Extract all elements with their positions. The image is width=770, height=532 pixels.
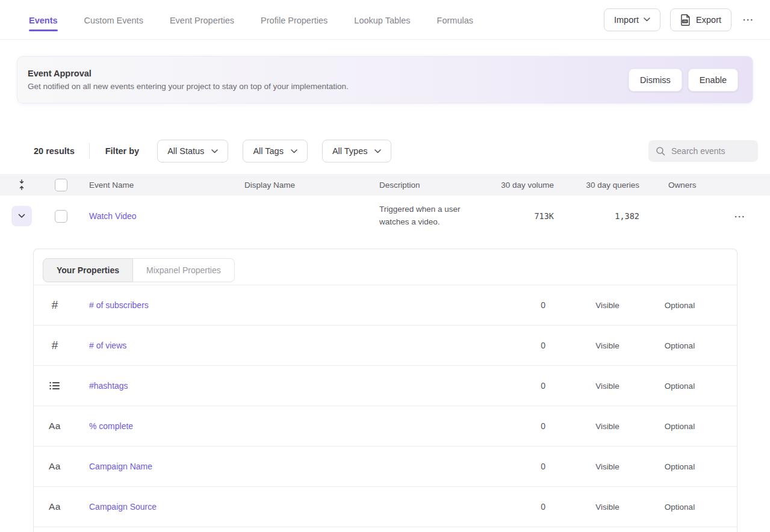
tab-custom-events[interactable]: Custom Events: [84, 2, 143, 37]
svg-text:csv: csv: [683, 20, 688, 23]
select-all-checkbox[interactable]: [55, 179, 67, 191]
property-name-link[interactable]: #hashtags: [89, 381, 128, 391]
tab-events[interactable]: Events: [29, 2, 58, 37]
property-name-link[interactable]: # of subscribers: [89, 300, 149, 310]
property-name-link[interactable]: % complete: [89, 421, 133, 431]
chevron-down-icon: [291, 149, 297, 153]
chevron-down-icon: [374, 149, 381, 153]
tab-profile-properties[interactable]: Profile Properties: [261, 2, 328, 37]
all-tags-label: All Tags: [253, 146, 284, 156]
property-value: 0: [496, 341, 574, 350]
row-more-options-button[interactable]: ⋯: [733, 208, 747, 224]
filter-toolbar: 20 results Filter by All Status All Tags…: [0, 140, 770, 162]
number-type-icon: #: [34, 339, 76, 352]
nav-tabs: Events Custom Events Event Properties Pr…: [29, 2, 604, 37]
property-requirement: Optional: [641, 462, 719, 471]
column-30-day-queries: 30 day queries: [554, 181, 639, 190]
property-visibility: Visible: [574, 341, 641, 350]
property-row: Aa % complete 0 Visible Optional: [34, 406, 737, 447]
results-count: 20 results: [34, 146, 75, 156]
all-types-dropdown[interactable]: All Types: [322, 140, 392, 162]
text-type-icon: Aa: [34, 421, 76, 431]
property-visibility: Visible: [574, 422, 641, 431]
import-button[interactable]: Import: [604, 8, 660, 31]
export-button-label: Export: [696, 15, 721, 25]
tab-event-properties[interactable]: Event Properties: [170, 2, 234, 37]
csv-file-icon: csv: [680, 14, 691, 26]
event-30-day-volume: 713K: [483, 211, 554, 221]
all-status-label: All Status: [167, 146, 204, 156]
chevron-down-icon: [18, 214, 25, 218]
more-options-button[interactable]: ⋯: [741, 11, 756, 28]
export-button[interactable]: csv Export: [670, 8, 731, 31]
column-30-day-volume: 30 day volume: [483, 181, 554, 190]
search-events-box: [648, 140, 758, 162]
property-requirement: Optional: [641, 422, 719, 431]
property-requirement: Optional: [641, 503, 719, 512]
all-status-dropdown[interactable]: All Status: [157, 140, 228, 162]
event-properties-panel: Your Properties Mixpanel Properties # # …: [33, 249, 737, 532]
property-requirement: Optional: [641, 341, 719, 350]
column-owners: Owners: [639, 181, 716, 190]
list-type-icon: [34, 381, 76, 391]
text-type-icon: Aa: [34, 501, 76, 512]
event-description: Triggered when a user watches a video.: [368, 196, 483, 236]
banner-title: Event Approval: [28, 69, 629, 78]
text-type-icon: Aa: [34, 461, 76, 472]
row-checkbox[interactable]: [55, 210, 67, 223]
property-name-link[interactable]: # of views: [89, 341, 126, 350]
search-icon: [656, 146, 665, 156]
property-row: # # of subscribers 0 Visible Optional: [34, 285, 737, 326]
banner-description: Get notified on all new events entering …: [28, 82, 629, 91]
filter-by-label: Filter by: [105, 146, 139, 156]
property-value: 0: [496, 421, 574, 431]
property-value: 0: [496, 462, 574, 471]
dismiss-button[interactable]: Dismiss: [629, 69, 682, 91]
banner-text: Event Approval Get notified on all new e…: [28, 69, 629, 91]
all-tags-dropdown[interactable]: All Tags: [243, 140, 308, 162]
collapse-row-button[interactable]: [11, 206, 32, 226]
property-value: 0: [496, 502, 574, 512]
column-event-name: Event Name: [78, 181, 234, 190]
property-name-link[interactable]: Campaign Name: [89, 462, 152, 471]
properties-tabs-bar: Your Properties Mixpanel Properties: [34, 249, 737, 285]
ellipsis-icon: ⋯: [742, 13, 754, 26]
property-requirement: Optional: [641, 382, 719, 391]
property-requirement: Optional: [641, 301, 719, 310]
property-row: Aa Campaign Name 0 Visible Optional: [34, 447, 737, 487]
property-visibility: Visible: [574, 503, 641, 512]
topbar-actions: Import csv Export ⋯: [604, 8, 756, 31]
top-navigation: Events Custom Events Event Properties Pr…: [0, 0, 770, 40]
events-table-header: Event Name Display Name Description 30 d…: [0, 174, 770, 196]
number-type-icon: #: [34, 298, 76, 312]
banner-wrapper: Event Approval Get notified on all new e…: [0, 40, 770, 104]
enable-button[interactable]: Enable: [688, 69, 738, 91]
tab-your-properties[interactable]: Your Properties: [43, 258, 133, 282]
tab-formulas[interactable]: Formulas: [437, 2, 473, 37]
property-visibility: Visible: [574, 301, 641, 310]
property-row: #hashtags 0 Visible Optional: [34, 366, 737, 406]
property-row: Aa Campaign Source 0 Visible Optional: [34, 487, 737, 527]
properties-tab-group: Your Properties Mixpanel Properties: [43, 258, 235, 282]
tab-lookup-tables[interactable]: Lookup Tables: [354, 2, 410, 37]
property-visibility: Visible: [574, 462, 641, 471]
divider: [89, 143, 90, 159]
search-events-input[interactable]: [671, 146, 751, 156]
chevron-down-icon: [644, 17, 650, 22]
event-name-link[interactable]: Watch Video: [89, 211, 137, 221]
property-value: 0: [496, 381, 574, 391]
event-approval-banner: Event Approval Get notified on all new e…: [17, 56, 753, 104]
banner-actions: Dismiss Enable: [629, 69, 738, 91]
property-visibility: Visible: [574, 382, 641, 391]
ellipsis-icon: ⋯: [734, 210, 746, 223]
column-description: Description: [368, 181, 483, 190]
property-row: # # of views 0 Visible Optional: [34, 326, 737, 366]
event-row-watch-video: Watch Video Triggered when a user watche…: [0, 196, 770, 237]
property-name-link[interactable]: Campaign Source: [89, 502, 157, 512]
import-button-label: Import: [614, 15, 639, 25]
all-types-label: All Types: [332, 146, 368, 156]
tab-mixpanel-properties[interactable]: Mixpanel Properties: [133, 258, 235, 282]
collapse-all-button[interactable]: [0, 179, 43, 191]
property-value: 0: [496, 300, 574, 310]
chevron-down-icon: [211, 149, 218, 153]
